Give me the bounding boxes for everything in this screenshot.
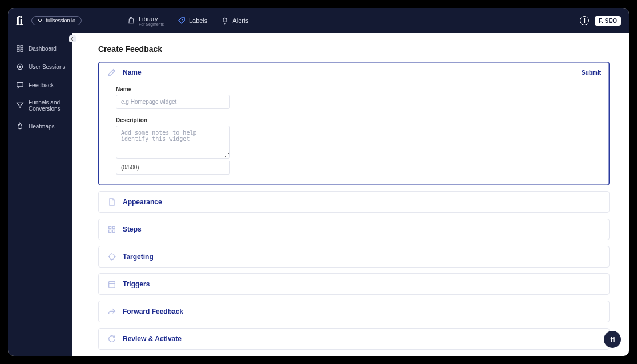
nav-library-label: Library xyxy=(139,15,164,22)
section-title-review: Review & Activate xyxy=(123,335,182,343)
submit-link[interactable]: Submit xyxy=(582,70,601,76)
file-icon xyxy=(107,197,117,207)
floating-help-badge[interactable]: fi xyxy=(604,331,621,348)
svg-rect-1 xyxy=(17,46,19,48)
brand-logo: fi xyxy=(16,13,22,28)
tag-icon xyxy=(178,17,186,25)
sidebar-label-user-sessions: User Sessions xyxy=(29,64,65,70)
sidebar-label-funnels: Funnels and Conversions xyxy=(29,99,66,112)
svg-rect-10 xyxy=(109,230,111,232)
section-review: Review & Activate xyxy=(98,328,610,350)
info-icon[interactable]: i xyxy=(580,16,589,25)
svg-rect-4 xyxy=(21,49,23,51)
chat-icon xyxy=(16,81,24,89)
svg-rect-7 xyxy=(17,82,23,87)
section-title-forward: Forward Feedback xyxy=(123,308,183,316)
section-body-name: Name Description (0/500) xyxy=(99,83,609,185)
calendar-icon xyxy=(107,279,117,289)
sidebar-item-funnels[interactable]: Funnels and Conversions xyxy=(8,96,72,115)
domain-selector[interactable]: fullsession.io xyxy=(31,16,82,25)
page-title: Create Feedback xyxy=(98,45,610,54)
description-field-label: Description xyxy=(116,117,596,123)
nav-labels[interactable]: Labels xyxy=(178,17,207,25)
nav-library[interactable]: Library For Segments xyxy=(127,15,164,26)
name-input[interactable] xyxy=(116,95,230,109)
sidebar-item-dashboard[interactable]: Dashboard xyxy=(8,41,72,56)
section-header-triggers[interactable]: Triggers xyxy=(99,274,609,294)
section-appearance: Appearance xyxy=(98,191,610,213)
sidebar-collapse-toggle[interactable] xyxy=(69,35,76,42)
section-title-name: Name xyxy=(123,68,142,76)
forward-icon xyxy=(107,306,117,317)
section-steps: Steps xyxy=(98,219,610,240)
section-title-appearance: Appearance xyxy=(123,198,162,206)
domain-text: fullsession.io xyxy=(46,18,75,23)
section-title-triggers: Triggers xyxy=(123,280,150,288)
top-navigation: Library For Segments Labels Alerts xyxy=(127,15,249,26)
svg-point-12 xyxy=(109,254,114,259)
sidebar-item-heatmaps[interactable]: Heatmaps xyxy=(8,119,72,134)
bell-icon xyxy=(221,17,229,25)
section-header-appearance[interactable]: Appearance xyxy=(99,192,609,212)
sidebar-item-user-sessions[interactable]: User Sessions xyxy=(8,59,72,74)
flame-icon xyxy=(16,122,24,130)
sidebar-item-feedback[interactable]: Feedback xyxy=(8,78,72,92)
section-header-review[interactable]: Review & Activate xyxy=(99,329,609,349)
name-field-label: Name xyxy=(116,86,596,92)
section-header-name[interactable]: Name Submit xyxy=(99,62,609,83)
nav-library-sub: For Segments xyxy=(139,22,164,26)
main-content: Create Feedback Name Submit Name xyxy=(72,33,629,356)
grid-icon xyxy=(16,45,24,52)
chevron-down-icon xyxy=(38,18,42,23)
nav-alerts-label: Alerts xyxy=(232,17,248,24)
svg-point-6 xyxy=(19,66,21,68)
sidebar-label-dashboard: Dashboard xyxy=(29,46,57,52)
bag-icon xyxy=(127,17,135,25)
section-title-steps: Steps xyxy=(123,225,142,233)
steps-icon xyxy=(107,224,117,234)
section-forward: Forward Feedback xyxy=(98,301,610,322)
collapse-icon xyxy=(70,37,75,41)
section-title-targeting: Targeting xyxy=(123,253,154,261)
sidebar-label-heatmaps: Heatmaps xyxy=(29,123,55,130)
svg-rect-3 xyxy=(17,49,19,51)
svg-rect-8 xyxy=(109,227,111,229)
section-header-forward[interactable]: Forward Feedback xyxy=(99,301,609,322)
section-name: Name Submit Name Description (0/500) xyxy=(98,62,610,185)
svg-rect-11 xyxy=(112,230,115,232)
section-triggers: Triggers xyxy=(98,273,610,295)
sidebar-label-feedback: Feedback xyxy=(29,82,54,88)
nav-alerts[interactable]: Alerts xyxy=(221,17,248,25)
target-icon xyxy=(16,63,24,71)
svg-rect-9 xyxy=(112,227,115,229)
svg-rect-13 xyxy=(109,281,115,288)
refresh-icon xyxy=(107,334,117,344)
funnel-icon xyxy=(16,102,24,110)
sidebar: Dashboard User Sessions Feedback Funnels… xyxy=(8,33,72,356)
description-textarea[interactable] xyxy=(116,126,230,159)
crosshair-icon xyxy=(107,252,117,262)
edit-icon xyxy=(107,67,117,78)
svg-rect-2 xyxy=(21,46,23,48)
description-counter: (0/500) xyxy=(116,161,230,175)
nav-labels-label: Labels xyxy=(189,17,207,24)
svg-point-0 xyxy=(182,19,183,20)
topbar: fi fullsession.io Library For Segments L… xyxy=(8,8,629,33)
section-header-targeting[interactable]: Targeting xyxy=(99,246,609,267)
section-header-steps[interactable]: Steps xyxy=(99,219,609,240)
user-badge[interactable]: F. SEO xyxy=(595,16,621,26)
section-targeting: Targeting xyxy=(98,246,610,268)
